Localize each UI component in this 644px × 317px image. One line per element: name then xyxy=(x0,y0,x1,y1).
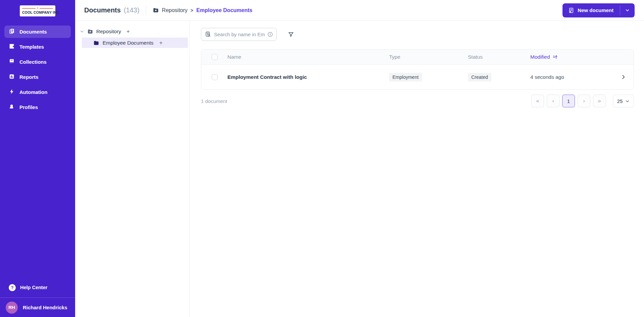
last-page-button[interactable]: » xyxy=(593,95,606,107)
sidebar-item-label: Reports xyxy=(19,74,39,80)
sidebar-item-label: Templates xyxy=(19,44,44,50)
help-center-label: Help Center xyxy=(20,285,47,290)
help-icon: ? xyxy=(9,284,16,291)
chevron-right-icon xyxy=(621,74,626,80)
company-name: COOL COMPANY INC. xyxy=(22,10,53,14)
page-title: Documents xyxy=(84,6,121,14)
templates-icon xyxy=(9,43,15,50)
company-logo[interactable]: ✕ COOL COMPANY INC. xyxy=(20,5,55,16)
sidebar-item-label: Profiles xyxy=(19,104,38,110)
sidebar-item-templates[interactable]: Templates xyxy=(4,41,71,53)
sidebar-item-profiles[interactable]: Profiles xyxy=(4,101,71,113)
search-icon xyxy=(205,31,211,38)
breadcrumb-current[interactable]: Employee Documents xyxy=(196,7,252,13)
documents-icon xyxy=(9,28,15,35)
column-header-status: Status xyxy=(468,54,530,60)
new-document-label: New document xyxy=(578,7,613,13)
sidebar-item-automation[interactable]: Automation xyxy=(4,86,71,98)
folder-home-icon xyxy=(87,29,93,35)
new-document-split-button: New document xyxy=(562,3,635,17)
logo-decoration: ✕ xyxy=(22,7,53,10)
search-box xyxy=(201,28,277,41)
reports-icon xyxy=(9,73,15,81)
new-document-button[interactable]: New document xyxy=(562,3,620,17)
sidebar-item-label: Collections xyxy=(19,59,47,65)
profiles-icon xyxy=(9,104,15,111)
column-header-type: Type xyxy=(389,54,468,60)
sidebar-nav: Documents Templates Collections Reports xyxy=(0,25,75,116)
tree-item-label: Repository xyxy=(96,29,121,35)
new-document-icon xyxy=(568,7,574,13)
tree-item-label: Employee Documents xyxy=(103,40,154,46)
column-header-name: Name xyxy=(227,54,389,60)
open-document-button[interactable] xyxy=(613,74,634,80)
tree-item-employee-documents[interactable]: Employee Documents + xyxy=(82,38,188,48)
next-page-button[interactable]: › xyxy=(578,95,590,107)
tree-item-repository[interactable]: Repository + xyxy=(75,27,189,36)
sidebar-item-label: Automation xyxy=(19,89,47,95)
chevron-down-icon xyxy=(625,99,630,103)
breadcrumb: Repository > Employee Documents xyxy=(153,7,253,13)
column-header-modified-sort[interactable]: Modified xyxy=(530,54,613,60)
folder-home-icon xyxy=(153,7,159,13)
sidebar-item-documents[interactable]: Documents xyxy=(4,25,71,38)
select-all-checkbox[interactable] xyxy=(212,54,218,60)
documents-summary: 1 document xyxy=(201,98,227,104)
folder-icon xyxy=(93,40,99,46)
pagination: « ‹ 1 › » 25 xyxy=(531,95,634,107)
sidebar-item-reports[interactable]: Reports xyxy=(4,71,71,83)
main-panel: Documents (143) Repository > Employee Do… xyxy=(75,0,644,317)
help-center-button[interactable]: ? Help Center xyxy=(0,280,75,295)
previous-page-button[interactable]: ‹ xyxy=(547,95,559,107)
app-window: ✕ COOL COMPANY INC. Documents Templates xyxy=(0,0,644,317)
page-number-button[interactable]: 1 xyxy=(562,95,575,107)
automation-icon xyxy=(9,89,15,96)
user-name: Richard Hendricks xyxy=(23,305,67,310)
filter-icon[interactable] xyxy=(288,31,294,38)
table-footer: 1 document « ‹ 1 › » 25 xyxy=(201,95,634,107)
add-folder-button[interactable]: + xyxy=(159,41,163,45)
page-header: Documents (143) Repository > Employee Do… xyxy=(75,0,644,21)
sidebar-item-label: Documents xyxy=(19,29,47,35)
collections-icon xyxy=(9,58,15,65)
table-row[interactable]: Employment Contract with logic Employmen… xyxy=(201,65,634,89)
new-document-dropdown-button[interactable] xyxy=(620,3,635,17)
column-header-modified-label: Modified xyxy=(530,54,550,60)
sort-ascending-icon xyxy=(552,54,558,60)
type-badge: Employment xyxy=(389,73,422,82)
modified-timestamp: 4 seconds ago xyxy=(530,74,613,80)
documents-content: Name Type Status Modified Employment Con… xyxy=(190,21,644,317)
breadcrumb-root[interactable]: Repository xyxy=(162,7,187,13)
chevron-down-icon xyxy=(80,29,84,34)
page-size-value: 25 xyxy=(617,98,623,104)
breadcrumb-separator: > xyxy=(191,8,193,13)
documents-table: Name Type Status Modified Employment Con… xyxy=(201,49,634,90)
search-input[interactable] xyxy=(214,32,265,37)
row-checkbox[interactable] xyxy=(212,74,218,80)
page-size-select[interactable]: 25 xyxy=(613,95,634,107)
add-folder-button[interactable]: + xyxy=(126,29,130,34)
user-menu[interactable]: RH Richard Hendricks xyxy=(0,298,75,317)
document-name-link[interactable]: Employment Contract with logic xyxy=(227,74,389,80)
table-header-row: Name Type Status Modified xyxy=(201,50,634,65)
sidebar-item-collections[interactable]: Collections xyxy=(4,56,71,68)
documents-toolbar xyxy=(201,28,634,41)
status-badge: Created xyxy=(468,73,491,82)
chevron-down-icon xyxy=(625,8,630,12)
folder-tree-panel: Repository + Employee Documents + xyxy=(75,21,190,317)
documents-count: (143) xyxy=(124,6,140,14)
avatar: RH xyxy=(6,302,18,314)
sidebar: ✕ COOL COMPANY INC. Documents Templates xyxy=(0,0,75,317)
info-icon[interactable] xyxy=(267,32,273,37)
first-page-button[interactable]: « xyxy=(531,95,544,107)
header-divider xyxy=(146,6,146,15)
